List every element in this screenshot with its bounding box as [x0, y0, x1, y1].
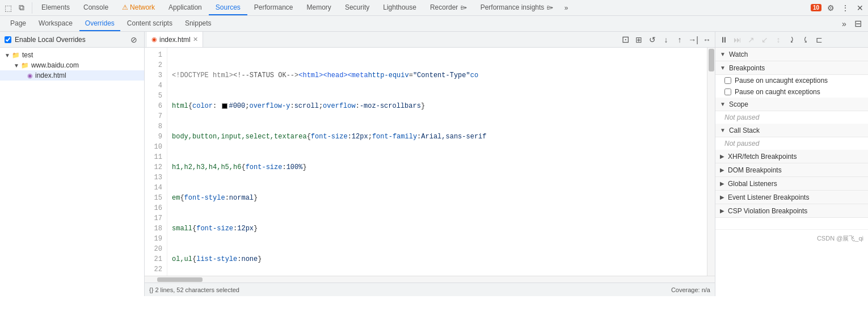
dom-section-header[interactable]: ▶ DOM Breakpoints [715, 163, 868, 177]
step-over-btn[interactable]: ⏭ [731, 33, 744, 46]
xhr-chevron: ▶ [720, 153, 724, 159]
collapse-icon[interactable]: ⊟ [852, 18, 863, 29]
tab-performance[interactable]: Performance [247, 0, 300, 15]
dom-chevron: ▶ [720, 167, 724, 173]
editor-tab-index[interactable]: ◉ index.html ✕ [147, 32, 203, 47]
tab-console[interactable]: Console [77, 0, 115, 15]
scope-section-header[interactable]: ▼ Scope [715, 98, 868, 111]
settings-icon[interactable]: ⚙ [825, 2, 836, 14]
breakpoints-btn[interactable]: ⤹ [799, 33, 812, 46]
code-line-3: body,button,input,select,textarea{font-s… [172, 132, 702, 142]
tree-folder-test[interactable]: ▼ 📁 test [0, 50, 144, 60]
folder-icon-baidu: 📁 [21, 62, 29, 69]
pause-caught-checkbox[interactable] [724, 88, 731, 95]
more-menu-icon[interactable]: ⋮ [840, 2, 851, 14]
subtab-overrides[interactable]: Overrides [79, 16, 120, 31]
sub-more-icon[interactable]: » [838, 18, 850, 29]
step-btn[interactable]: ↕ [772, 33, 785, 46]
watermark: CSDN @展飞_qi [715, 229, 868, 247]
step-into-btn[interactable]: ↗ [745, 33, 757, 46]
warning-icon: ⚠ [122, 3, 128, 11]
csp-section-header[interactable]: ▶ CSP Violation Breakpoints [715, 204, 868, 218]
tab-lighthouse[interactable]: Lighthouse [376, 0, 423, 15]
tab-application[interactable]: Application [162, 0, 209, 15]
breakpoints-content: Pause on uncaught exceptions Pause on ca… [715, 75, 868, 98]
watch-label: Watch [729, 50, 748, 58]
subtab-content-scripts[interactable]: Content scripts [121, 16, 178, 31]
scrollbar-track[interactable] [707, 48, 715, 276]
coverage-text: Coverage: n/a [671, 286, 710, 293]
tab-sources[interactable]: Sources [209, 0, 247, 15]
xhr-section-header[interactable]: ▶ XHR/fetch Breakpoints [715, 150, 868, 163]
callstack-chevron: ▼ [720, 127, 726, 133]
pause-caught-item[interactable]: Pause on caught exceptions [715, 86, 868, 98]
code-line-7: ol,ul{list-style:none} [172, 254, 702, 264]
csp-chevron: ▶ [720, 208, 724, 214]
subtab-snippets[interactable]: Snippets [179, 16, 217, 31]
subtab-page[interactable]: Page [5, 16, 32, 31]
enable-overrides-checkbox[interactable] [5, 36, 11, 43]
tree-file-index[interactable]: ◉ index.html [0, 70, 144, 81]
tab-close-btn[interactable]: ✕ [193, 36, 198, 43]
pause-uncaught-item[interactable]: Pause on uncaught exceptions [715, 75, 868, 86]
sidebar-toggle-icon[interactable]: ⊡ [620, 34, 631, 45]
device-icon[interactable]: ⧉ [16, 2, 27, 14]
tree-folder-baidu[interactable]: ▼ 📁 www.baidu.com [0, 60, 144, 70]
event-section-header[interactable]: ▶ Event Listener Breakpoints [715, 191, 868, 204]
line-numbers: 123456 789101112 131415161718 1920212223… [145, 48, 167, 276]
global-section-header[interactable]: ▶ Global Listeners [715, 177, 868, 191]
tab-network[interactable]: ⚠Network [115, 0, 162, 15]
scope-label: Scope [729, 100, 748, 108]
tree-label-index: index.html [35, 71, 66, 79]
breakpoints-chevron: ▼ [720, 65, 726, 71]
callstack-section-header[interactable]: ▼ Call Stack [715, 124, 868, 137]
step-over-icon[interactable]: ↓ [660, 34, 672, 45]
settings-btn[interactable]: ⊏ [813, 33, 825, 46]
status-bar: {} 2 lines, 52 characters selected Cover… [145, 283, 715, 296]
tab-recorder[interactable]: Recorder ⌲ [423, 0, 474, 15]
breakpoints-section-header[interactable]: ▼ Breakpoints [715, 61, 868, 75]
editor-tab-label: index.html [159, 36, 191, 44]
xhr-label: XHR/fetch Breakpoints [728, 153, 797, 161]
clear-overrides-icon[interactable]: ⊘ [128, 34, 140, 45]
pause-btn[interactable]: ⏸ [718, 33, 730, 46]
subtab-workspace[interactable]: Workspace [33, 16, 78, 31]
watch-section-header[interactable]: ▼ Watch [715, 48, 868, 61]
event-chevron: ▶ [720, 194, 724, 200]
tab-memory[interactable]: Memory [300, 0, 338, 15]
top-tabs: Elements Console ⚠Network Application So… [35, 0, 572, 15]
resume-icon[interactable]: ↺ [647, 34, 658, 45]
horizontal-scrollbar[interactable] [145, 276, 715, 283]
tab-perf-insights[interactable]: Performance insights ⌲ [474, 0, 560, 15]
editor-tabs-right: ⊡ ⊞ ↺ ↓ ↑ →| ↔ [620, 34, 713, 45]
scope-chevron: ▼ [720, 101, 726, 107]
left-panel: Enable Local Overrides ⊘ ▼ 📁 test ▼ 📁 ww… [0, 32, 145, 296]
close-devtools-icon[interactable]: ✕ [854, 2, 866, 14]
tab-file-icon: ◉ [151, 36, 157, 43]
step-out-btn[interactable]: ↙ [759, 33, 771, 46]
pause-uncaught-checkbox[interactable] [724, 77, 731, 84]
step-out-icon[interactable]: →| [688, 34, 699, 45]
chevron-icon: ▼ [5, 52, 10, 58]
enable-overrides-text: Enable Local Overrides [15, 36, 86, 44]
tab-security[interactable]: Security [338, 0, 376, 15]
deactivate-breakpoints-icon[interactable]: ↔ [701, 34, 713, 45]
file-tree: ▼ 📁 test ▼ 📁 www.baidu.com ◉ index.html [0, 48, 144, 296]
enable-overrides-label[interactable]: Enable Local Overrides [5, 36, 86, 44]
breakpoints-label: Breakpoints [729, 64, 765, 72]
deactivate-btn[interactable]: ⤸ [786, 33, 798, 46]
callstack-label: Call Stack [729, 127, 760, 134]
split-editor-icon[interactable]: ⊞ [633, 34, 644, 45]
more-tabs[interactable]: » [560, 0, 573, 15]
code-line-6: small{font-size:12px} [172, 224, 702, 234]
overrides-header: Enable Local Overrides ⊘ [0, 32, 144, 48]
tab-elements[interactable]: Elements [35, 0, 77, 15]
devtools-icons: ⬚ ⧉ [2, 2, 32, 14]
code-area[interactable]: 123456 789101112 131415161718 1920212223… [145, 48, 715, 276]
code-content[interactable]: <!DOCTYPE html><!--STATUS OK--><html><he… [167, 48, 707, 276]
watch-chevron: ▼ [720, 51, 726, 57]
step-into-icon[interactable]: ↑ [674, 34, 685, 45]
folder-icon-test: 📁 [12, 52, 20, 59]
inspect-icon[interactable]: ⬚ [2, 2, 14, 14]
editor-tabs: ◉ index.html ✕ ⊡ ⊞ ↺ ↓ ↑ →| ↔ [145, 32, 715, 48]
